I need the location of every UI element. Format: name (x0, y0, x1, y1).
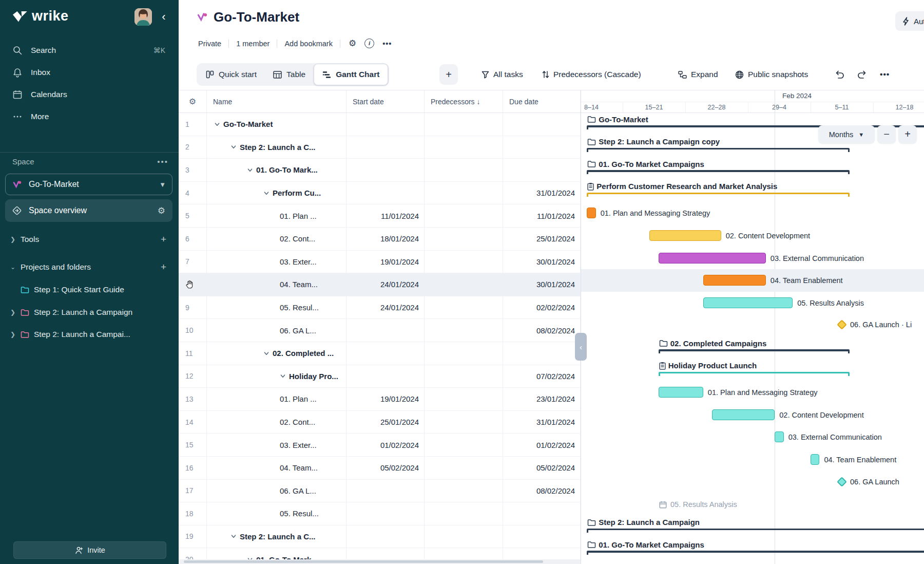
table-row[interactable]: 1006. GA L...08/02/2024 (179, 319, 581, 342)
due-date-cell[interactable] (503, 502, 581, 525)
task-name-cell[interactable]: Step 2: Launch a C... (207, 525, 346, 548)
redo-button[interactable] (857, 67, 867, 82)
sidebar-folder-item[interactable]: ❯Step 2: Launch a Campaign (5, 302, 174, 323)
start-date-cell[interactable]: 01/02/2024 (346, 434, 425, 456)
task-name-cell[interactable]: 06. GA L... (207, 319, 346, 342)
start-date-cell[interactable]: 19/01/2024 (346, 388, 425, 410)
settings-gear-icon[interactable]: ⚙ (349, 38, 356, 49)
start-date-cell[interactable]: 25/01/2024 (346, 411, 425, 434)
task-name-cell[interactable]: 01. Go-To Mark... (207, 159, 346, 181)
sidebar-item-search[interactable]: Search⌘K (5, 40, 174, 61)
gantt-summary-label[interactable]: 01. Go-To Market Campaigns (587, 159, 704, 169)
table-row[interactable]: 04. Team...24/01/202430/01/2024 (179, 273, 581, 296)
horizontal-scrollbar[interactable] (179, 559, 581, 564)
table-row[interactable]: 1503. Exter...01/02/202401/02/2024 (179, 434, 581, 457)
gantt-summary-bracket[interactable] (587, 529, 924, 533)
sidebar-item-projects-and-folders[interactable]: ⌄ Projects and folders + (5, 257, 174, 277)
start-date-cell[interactable] (346, 136, 425, 159)
timescale-select[interactable]: Months ▼ (818, 125, 875, 143)
start-date-cell[interactable]: 24/01/2024 (346, 296, 425, 319)
add-bookmark-link[interactable]: Add bookmark (277, 40, 340, 48)
expand-button[interactable]: Expand (678, 67, 718, 82)
due-date-cell[interactable]: 30/01/2024 (503, 273, 581, 296)
table-row[interactable]: 602. Cont...18/01/202425/01/2024 (179, 228, 581, 251)
tab-gantt-chart[interactable]: Gantt Chart (314, 64, 388, 85)
table-row[interactable]: 1301. Plan ...19/01/202423/01/2024 (179, 388, 581, 411)
sidebar-item-space-overview[interactable]: Space overview ⚙ (5, 199, 172, 222)
predecessors-cell[interactable] (425, 457, 503, 479)
start-date-cell[interactable] (346, 342, 425, 365)
table-row[interactable]: 1604. Team...05/02/202405/02/2024 (179, 457, 581, 480)
tab-quick-start[interactable]: Quick start (198, 64, 265, 85)
start-date-cell[interactable] (346, 319, 425, 342)
predecessors-cell[interactable] (425, 182, 503, 204)
gantt-summary-label[interactable]: Holiday Product Launch (659, 361, 757, 371)
due-date-cell[interactable]: 31/01/2024 (503, 182, 581, 204)
start-date-cell[interactable]: 18/01/2024 (346, 228, 425, 250)
predecessors-cell[interactable] (425, 113, 503, 136)
space-more-icon[interactable]: ••• (157, 157, 168, 166)
task-name-cell[interactable]: 04. Team... (207, 273, 346, 296)
predecessors-cell[interactable] (425, 434, 503, 456)
due-date-cell[interactable]: 25/01/2024 (503, 228, 581, 250)
gantt-milestone-diamond[interactable] (837, 319, 847, 330)
table-row[interactable]: 501. Plan ...11/01/202411/01/2024 (179, 204, 581, 228)
public-snapshots-button[interactable]: Public snapshots (735, 67, 808, 82)
start-date-cell[interactable]: 24/01/2024 (346, 273, 425, 296)
predecessors-cell[interactable] (425, 273, 503, 296)
predecessors-cell[interactable] (425, 228, 503, 250)
gantt-summary-bracket[interactable] (587, 170, 849, 174)
predecessors-cell[interactable] (425, 204, 503, 227)
gantt-task-bar[interactable] (649, 230, 721, 241)
task-name-cell[interactable]: 05. Resul... (207, 502, 346, 525)
table-row[interactable]: 301. Go-To Mark... (179, 159, 581, 182)
sidebar-item-more[interactable]: More (5, 106, 174, 127)
task-name-cell[interactable]: Holiday Pro... (207, 365, 346, 388)
sidebar-folder-item[interactable]: Step 1: Quick Start Guide (5, 279, 174, 300)
gantt-summary-bracket[interactable] (659, 349, 850, 353)
task-name-cell[interactable]: 02. Cont... (207, 411, 346, 434)
task-name-cell[interactable]: 02. Cont... (207, 228, 346, 250)
gear-icon[interactable]: ⚙ (158, 205, 165, 216)
table-settings-gear-icon[interactable]: ⚙ (179, 90, 207, 112)
table-row[interactable]: 2Step 2: Launch a C... (179, 136, 581, 159)
predecessors-cell[interactable] (425, 159, 503, 181)
predecessors-cell[interactable] (425, 365, 503, 388)
task-name-cell[interactable]: 04. Team... (207, 457, 346, 479)
toolbar-more-button[interactable]: ••• (880, 67, 890, 82)
gantt-task-bar[interactable] (775, 431, 783, 442)
start-date-cell[interactable]: 11/01/2024 (346, 204, 425, 227)
due-date-cell[interactable]: 23/01/2024 (503, 388, 581, 410)
gantt-body[interactable]: Go-To-MarketStep 2: Launch a Campaign co… (581, 112, 924, 564)
sidebar-item-tools[interactable]: ❯ Tools + (5, 229, 174, 250)
task-name-cell[interactable]: 06. GA L... (207, 480, 346, 502)
due-date-cell[interactable]: 01/02/2024 (503, 434, 581, 456)
table-row[interactable]: 1102. Completed ... (179, 342, 581, 365)
privacy-label[interactable]: Private (198, 40, 228, 48)
gantt-task-bar[interactable] (811, 454, 819, 465)
undo-button[interactable] (835, 67, 844, 82)
avatar[interactable] (134, 8, 152, 26)
scrollbar-thumb[interactable] (184, 560, 543, 563)
gantt-task-bar[interactable] (659, 253, 766, 264)
table-row[interactable]: 1805. Resul... (179, 502, 581, 525)
due-date-cell[interactable]: 31/01/2024 (503, 411, 581, 434)
gantt-task-bar[interactable] (587, 208, 595, 218)
gantt-summary-label[interactable]: Step 2: Launch a Campaign copy (587, 137, 720, 147)
wrike-logo[interactable]: wrike (12, 8, 69, 24)
due-date-cell[interactable]: 05/02/2024 (503, 457, 581, 479)
task-name-cell[interactable]: Perform Cu... (207, 182, 346, 204)
due-date-cell[interactable] (503, 159, 581, 181)
due-date-cell[interactable]: 30/01/2024 (503, 251, 581, 273)
due-date-cell[interactable]: 02/02/2024 (503, 296, 581, 319)
sidebar-collapse-icon[interactable]: ‹ (157, 10, 170, 24)
gantt-summary-bracket[interactable] (587, 193, 849, 197)
space-selector[interactable]: Go-To-Market ▼ (5, 174, 172, 195)
zoom-in-button[interactable]: + (898, 125, 917, 143)
sidebar-item-calendars[interactable]: Calendars (5, 84, 174, 105)
task-name-cell[interactable]: 03. Exter... (207, 434, 346, 456)
start-date-cell[interactable] (346, 159, 425, 181)
gantt-summary-label[interactable]: Step 2: Launch a Campaign (587, 517, 700, 528)
predecessors-cell[interactable] (425, 525, 503, 548)
table-row[interactable]: 905. Resul...24/01/202402/02/2024 (179, 296, 581, 319)
